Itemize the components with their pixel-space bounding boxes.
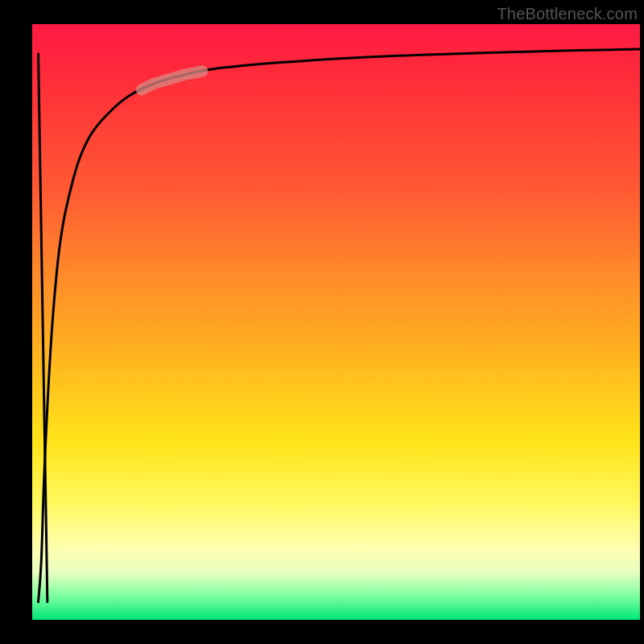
attribution-label: TheBottleneck.com <box>497 5 638 23</box>
chart-frame: TheBottleneck.com <box>0 0 644 644</box>
chart-plot-area <box>32 24 640 620</box>
